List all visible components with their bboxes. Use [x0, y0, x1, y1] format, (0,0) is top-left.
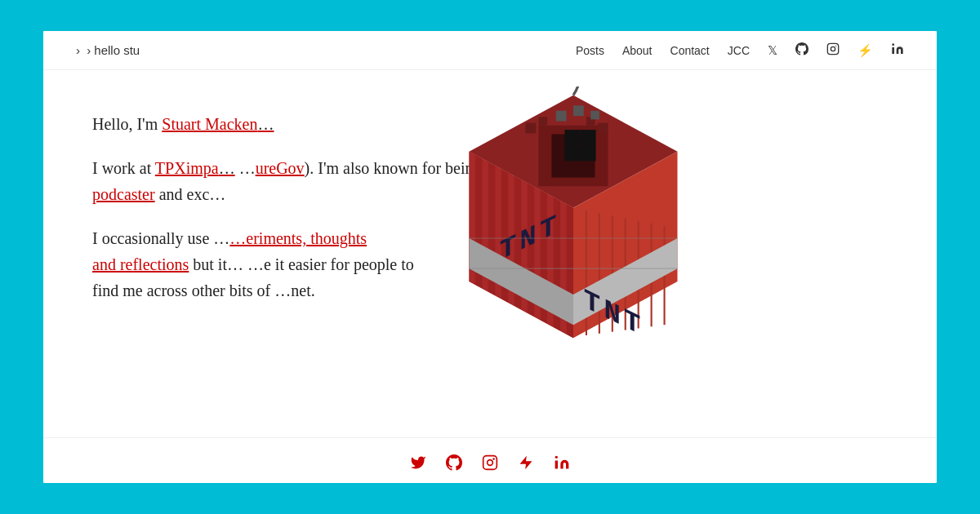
- nav-contact[interactable]: Contact: [670, 44, 710, 57]
- instagram-icon[interactable]: [826, 42, 840, 58]
- svg-point-43: [555, 456, 558, 459]
- svg-point-40: [488, 460, 493, 466]
- nav-posts[interactable]: Posts: [576, 44, 604, 57]
- svg-rect-39: [483, 456, 497, 470]
- main-content: Hello, I'm Stuart Macken… I work at TPXi…: [43, 70, 937, 437]
- svg-rect-8: [539, 117, 548, 126]
- svg-rect-9: [598, 123, 608, 134]
- svg-rect-11: [556, 111, 567, 122]
- browser-frame: › › hello stu Posts About Contact JCC 𝕏 …: [41, 29, 939, 485]
- svg-point-41: [492, 458, 495, 460]
- svg-rect-17: [581, 145, 596, 161]
- footer-github-icon[interactable]: [446, 454, 462, 475]
- futuregov-link[interactable]: ureGov: [256, 159, 305, 177]
- tnt-block: TNT TNT: [434, 86, 712, 364]
- svg-rect-14: [564, 130, 580, 145]
- svg-point-2: [835, 46, 836, 47]
- site-logo[interactable]: › › hello stu: [76, 43, 140, 57]
- nav-bar: › › hello stu Posts About Contact JCC 𝕏 …: [43, 31, 937, 70]
- logo-text: › hello stu: [87, 43, 140, 57]
- twitter-icon[interactable]: 𝕏: [768, 43, 777, 58]
- linkedin-icon[interactable]: [891, 42, 904, 58]
- svg-point-1: [831, 47, 835, 51]
- svg-rect-13: [590, 111, 599, 120]
- podcaster-link[interactable]: podcaster: [92, 185, 155, 203]
- svg-rect-7: [526, 123, 537, 134]
- github-icon[interactable]: [795, 42, 808, 58]
- footer-twitter-icon[interactable]: [410, 454, 426, 475]
- arrow-icon: ›: [76, 43, 80, 57]
- nav-links: Posts About Contact JCC 𝕏 ⚡: [576, 42, 904, 58]
- nav-jcc[interactable]: JCC: [728, 44, 750, 57]
- lightning-icon[interactable]: ⚡: [858, 43, 873, 58]
- svg-marker-42: [520, 456, 532, 470]
- tpximpact-link[interactable]: TPXimpa…: [155, 159, 235, 177]
- nav-about[interactable]: About: [622, 44, 653, 57]
- footer-instagram-icon[interactable]: [482, 454, 498, 475]
- name-link[interactable]: Stuart Macken…: [162, 115, 274, 133]
- footer: [43, 437, 937, 483]
- svg-rect-16: [564, 145, 580, 161]
- footer-lightning-icon[interactable]: [518, 454, 534, 475]
- svg-rect-15: [581, 130, 596, 145]
- svg-rect-12: [573, 105, 584, 116]
- svg-rect-0: [827, 43, 838, 54]
- footer-linkedin-icon[interactable]: [554, 454, 570, 475]
- svg-point-3: [892, 43, 894, 46]
